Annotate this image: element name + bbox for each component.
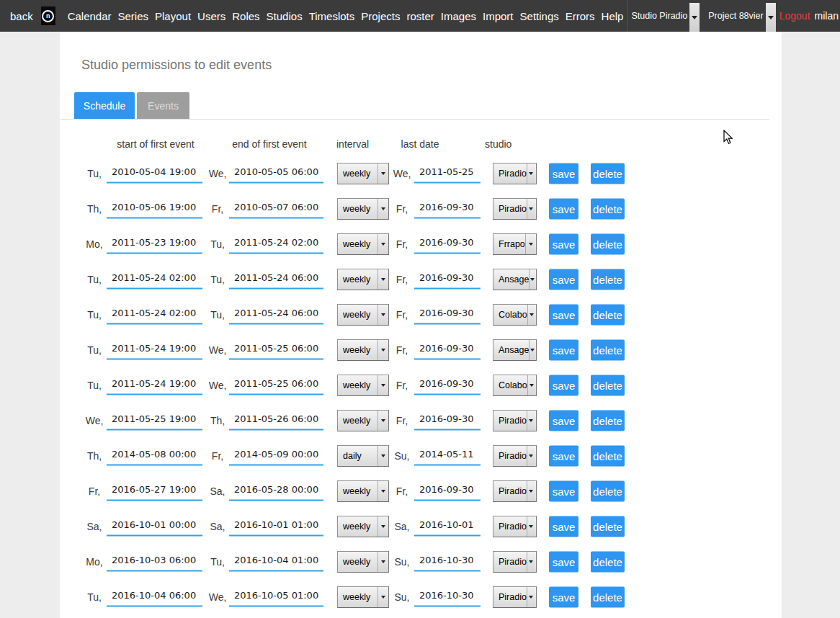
start-datetime-input[interactable] <box>107 516 202 536</box>
end-datetime-input[interactable] <box>229 516 323 536</box>
start-datetime-input[interactable] <box>107 269 202 289</box>
last-date-input[interactable] <box>414 375 481 395</box>
back-link[interactable]: back <box>10 10 33 22</box>
save-button[interactable]: save <box>549 586 578 607</box>
delete-button[interactable]: delete <box>591 445 625 466</box>
delete-button[interactable]: delete <box>591 586 625 607</box>
save-button[interactable]: save <box>549 445 578 466</box>
save-button[interactable]: save <box>549 516 578 537</box>
start-datetime-input[interactable] <box>107 199 202 218</box>
last-date-input[interactable] <box>414 199 481 218</box>
studio-select-row[interactable]: Colabo <box>493 375 537 396</box>
nav-item-roster[interactable]: roster <box>406 10 434 22</box>
start-datetime-input[interactable] <box>107 481 202 501</box>
end-datetime-input[interactable] <box>229 446 323 465</box>
studio-select-row[interactable]: Piradio <box>493 445 537 467</box>
delete-button[interactable]: delete <box>591 304 625 325</box>
delete-button[interactable]: delete <box>591 163 625 184</box>
interval-select[interactable]: weekly <box>337 304 389 326</box>
end-datetime-input[interactable] <box>229 552 323 571</box>
end-datetime-input[interactable] <box>229 375 323 395</box>
last-date-input[interactable] <box>414 234 481 254</box>
start-datetime-input[interactable] <box>107 411 202 430</box>
interval-select[interactable]: weekly <box>337 163 389 184</box>
studio-select-row[interactable]: Piradio <box>493 198 537 220</box>
interval-select[interactable]: weekly <box>337 375 389 396</box>
last-date-input[interactable] <box>414 269 481 289</box>
studio-select-arrow[interactable] <box>689 3 700 32</box>
start-datetime-input[interactable] <box>107 587 202 606</box>
save-button[interactable]: save <box>549 233 578 254</box>
end-datetime-input[interactable] <box>229 234 323 254</box>
start-datetime-input[interactable] <box>107 234 202 254</box>
save-button[interactable]: save <box>549 304 578 325</box>
interval-select[interactable]: weekly <box>337 198 389 220</box>
delete-button[interactable]: delete <box>591 233 625 254</box>
studio-select-row[interactable]: Frrapo <box>493 233 537 255</box>
nav-item-studios[interactable]: Studios <box>267 10 303 22</box>
save-button[interactable]: save <box>549 480 578 501</box>
nav-item-timeslots[interactable]: Timeslots <box>309 10 355 22</box>
studio-select-row[interactable]: Colabo <box>493 304 537 326</box>
interval-select[interactable]: weekly <box>337 410 389 431</box>
studio-select-row[interactable]: Ansage <box>493 269 537 290</box>
save-button[interactable]: save <box>549 269 578 290</box>
nav-item-errors[interactable]: Errors <box>566 10 595 22</box>
nav-item-calendar[interactable]: Calendar <box>68 10 112 22</box>
app-logo-icon[interactable]: n <box>41 6 55 25</box>
interval-select[interactable]: weekly <box>337 586 389 608</box>
end-datetime-input[interactable] <box>229 164 323 183</box>
end-datetime-input[interactable] <box>229 199 323 218</box>
delete-button[interactable]: delete <box>591 375 625 395</box>
studio-select[interactable]: Studio Piradio <box>627 0 700 32</box>
last-date-input[interactable] <box>414 446 481 465</box>
interval-select[interactable]: weekly <box>337 339 389 361</box>
end-datetime-input[interactable] <box>229 411 323 430</box>
delete-button[interactable]: delete <box>591 480 625 501</box>
save-button[interactable]: save <box>549 551 578 572</box>
end-datetime-input[interactable] <box>229 305 323 324</box>
interval-select[interactable]: weekly <box>337 233 389 255</box>
studio-select-row[interactable]: Piradio <box>493 480 537 502</box>
studio-select-row[interactable]: Piradio <box>493 516 537 537</box>
nav-item-series[interactable]: Series <box>118 10 149 22</box>
end-datetime-input[interactable] <box>229 481 323 501</box>
last-date-input[interactable] <box>414 481 481 501</box>
nav-item-playout[interactable]: Playout <box>155 10 191 22</box>
delete-button[interactable]: delete <box>591 551 625 572</box>
nav-item-settings[interactable]: Settings <box>520 10 559 22</box>
tab-events[interactable]: Events <box>137 92 189 119</box>
end-datetime-input[interactable] <box>229 587 323 606</box>
last-date-input[interactable] <box>414 164 481 183</box>
save-button[interactable]: save <box>549 339 578 360</box>
interval-select[interactable]: weekly <box>337 269 389 290</box>
nav-item-projects[interactable]: Projects <box>361 10 400 22</box>
logout-link[interactable]: Logout <box>779 10 810 22</box>
last-date-input[interactable] <box>414 340 481 359</box>
delete-button[interactable]: delete <box>591 269 625 290</box>
last-date-input[interactable] <box>414 552 481 571</box>
save-button[interactable]: save <box>549 163 578 184</box>
last-date-input[interactable] <box>414 587 481 606</box>
last-date-input[interactable] <box>414 305 481 324</box>
delete-button[interactable]: delete <box>591 198 625 219</box>
project-select[interactable]: Project 88vier <box>705 0 775 32</box>
studio-select-row[interactable]: Piradio <box>493 586 537 608</box>
start-datetime-input[interactable] <box>107 305 202 324</box>
last-date-input[interactable] <box>414 411 481 430</box>
interval-select[interactable]: daily <box>337 445 389 467</box>
end-datetime-input[interactable] <box>229 340 323 359</box>
nav-item-users[interactable]: Users <box>197 10 225 22</box>
start-datetime-input[interactable] <box>107 446 202 465</box>
delete-button[interactable]: delete <box>591 516 625 537</box>
studio-select-row[interactable]: Piradio <box>493 163 537 184</box>
interval-select[interactable]: weekly <box>337 480 389 502</box>
nav-item-images[interactable]: Images <box>441 10 476 22</box>
save-button[interactable]: save <box>549 375 578 395</box>
studio-select-row[interactable]: Piradio <box>493 551 537 573</box>
nav-item-roles[interactable]: Roles <box>232 10 259 22</box>
project-select-arrow[interactable] <box>766 3 776 32</box>
interval-select[interactable]: weekly <box>337 516 389 537</box>
end-datetime-input[interactable] <box>229 269 323 289</box>
delete-button[interactable]: delete <box>591 339 625 360</box>
